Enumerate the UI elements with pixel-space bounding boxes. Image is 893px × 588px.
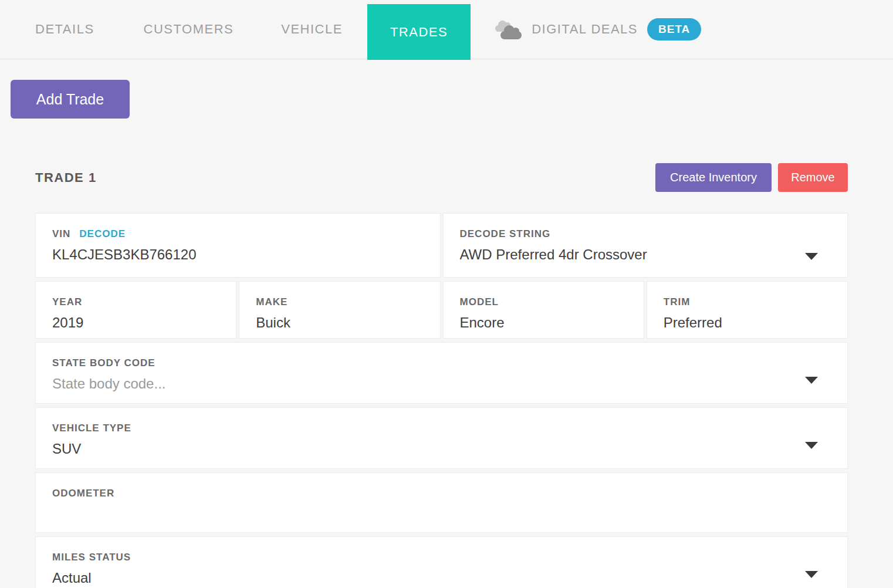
model-input[interactable]: Encore: [460, 315, 627, 331]
tab-digital-deals-label: DIGITAL DEALS: [532, 22, 638, 37]
tab-digital-deals[interactable]: DIGITAL DEALS BETA: [493, 18, 701, 41]
decode-link[interactable]: DECODE: [79, 228, 126, 240]
chevron-down-icon[interactable]: [805, 571, 818, 578]
vin-field: VIN DECODE KL4CJESB3KB766120: [35, 213, 441, 278]
create-inventory-button[interactable]: Create Inventory: [655, 163, 772, 192]
miles-status-field[interactable]: MILES STATUS Actual: [35, 536, 848, 588]
vehicle-type-field[interactable]: VEHICLE TYPE SUV: [35, 407, 848, 469]
odometer-label: ODOMETER: [52, 488, 831, 499]
make-field: MAKE Buick: [239, 281, 440, 339]
model-label: MODEL: [460, 296, 627, 308]
trim-field: TRIM Preferred: [647, 281, 848, 339]
year-input[interactable]: 2019: [52, 315, 219, 331]
add-trade-button[interactable]: Add Trade: [11, 80, 130, 119]
trade-header: TRADE 1 Create Inventory Remove: [35, 163, 848, 192]
chevron-down-icon[interactable]: [805, 377, 818, 384]
chevron-down-icon[interactable]: [805, 253, 818, 260]
state-body-code-field[interactable]: STATE BODY CODE State body code...: [35, 342, 848, 404]
make-label: MAKE: [256, 296, 423, 308]
tab-customers[interactable]: CUSTOMERS: [144, 22, 234, 37]
vehicle-type-value[interactable]: SUV: [52, 441, 831, 457]
state-body-code-value[interactable]: State body code...: [52, 376, 831, 392]
tab-bar: DETAILS CUSTOMERS VEHICLE TRADES DIGITAL…: [0, 0, 893, 59]
state-body-code-label: STATE BODY CODE: [52, 357, 831, 369]
trade-form: VIN DECODE KL4CJESB3KB766120 DECODE STRI…: [35, 213, 848, 588]
beta-badge: BETA: [647, 18, 701, 40]
miles-status-value[interactable]: Actual: [52, 570, 831, 586]
remove-button[interactable]: Remove: [778, 163, 848, 192]
odometer-field: ODOMETER: [35, 472, 848, 533]
year-label: YEAR: [52, 296, 219, 308]
decode-string-value[interactable]: AWD Preferred 4dr Crossover: [460, 246, 831, 263]
tab-vehicle[interactable]: VEHICLE: [281, 22, 343, 37]
tab-trades-label: TRADES: [390, 25, 448, 40]
tab-trades[interactable]: TRADES: [367, 4, 471, 60]
model-field: MODEL Encore: [443, 281, 644, 339]
chevron-down-icon[interactable]: [805, 442, 818, 449]
trade-title: TRADE 1: [35, 170, 97, 185]
odometer-input[interactable]: [52, 506, 831, 522]
miles-status-label: MILES STATUS: [52, 552, 831, 563]
year-field: YEAR 2019: [35, 281, 236, 339]
vin-input[interactable]: KL4CJESB3KB766120: [52, 246, 424, 263]
trim-input[interactable]: Preferred: [664, 315, 831, 331]
decode-string-label: DECODE STRING: [460, 228, 831, 240]
make-input[interactable]: Buick: [256, 315, 423, 331]
trim-label: TRIM: [664, 296, 831, 308]
tab-details[interactable]: DETAILS: [35, 22, 94, 37]
cloud-icon: [493, 18, 523, 41]
vehicle-type-label: VEHICLE TYPE: [52, 423, 831, 434]
vin-label: VIN: [52, 228, 70, 240]
decode-string-field[interactable]: DECODE STRING AWD Preferred 4dr Crossove…: [443, 213, 848, 278]
